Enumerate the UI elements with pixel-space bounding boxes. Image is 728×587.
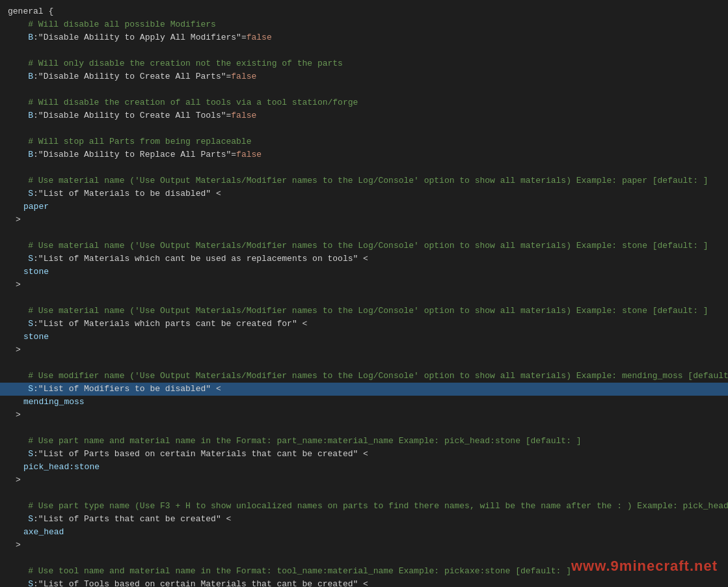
- line-4: # Will only disable the creation not the…: [0, 57, 728, 70]
- line-7: # Will disable the creation of all tools…: [0, 96, 728, 109]
- line-41: >: [0, 539, 728, 552]
- line-39: S:"List of Parts that cant be created" <: [0, 513, 728, 526]
- line-20: stone: [0, 266, 728, 279]
- line-26: >: [0, 344, 728, 357]
- line-16: >: [0, 213, 728, 226]
- line-23: # Use material name ('Use Output Materia…: [0, 305, 728, 318]
- line-32: [0, 422, 728, 435]
- line-13: # Use material name ('Use Output Materia…: [0, 174, 728, 187]
- line-33: # Use part name and material name in the…: [0, 435, 728, 448]
- line-1: # Will disable all possible Modifiers: [0, 18, 728, 31]
- line-38: # Use part type name (Use F3 + H to show…: [0, 500, 728, 513]
- line-40: axe_head: [0, 526, 728, 539]
- line-3: [0, 44, 728, 57]
- line-0: general {: [0, 5, 728, 18]
- line-17: [0, 226, 728, 239]
- line-25: stone: [0, 331, 728, 344]
- line-28: # Use modifier name ('Use Output Materia…: [0, 370, 728, 383]
- line-21: >: [0, 279, 728, 292]
- watermark: www.9minecraft.net: [571, 555, 718, 577]
- line-11: B:"Disable Ability to Replace All Parts"…: [0, 148, 728, 161]
- line-8: B:"Disable Ability to Create All Tools"=…: [0, 109, 728, 122]
- line-9: [0, 122, 728, 135]
- line-14: S:"List of Materials to be disabled" <: [0, 187, 728, 200]
- line-22: [0, 292, 728, 305]
- line-29: S:"List of Modifiers to be disabled" <: [0, 383, 728, 396]
- line-18: # Use material name ('Use Output Materia…: [0, 239, 728, 253]
- line-5: B:"Disable Ability to Create All Parts"=…: [0, 70, 728, 83]
- line-31: >: [0, 409, 728, 422]
- line-24: S:"List of Materials which parts cant be…: [0, 318, 728, 331]
- line-37: [0, 487, 728, 500]
- line-19: S:"List of Materials which cant be used …: [0, 253, 728, 266]
- line-15: paper: [0, 200, 728, 213]
- line-6: [0, 83, 728, 96]
- line-35: pick_head:stone: [0, 461, 728, 474]
- line-10: # Will stop all Parts from being replace…: [0, 135, 728, 148]
- line-27: [0, 357, 728, 370]
- line-34: S:"List of Parts based on certain Materi…: [0, 448, 728, 461]
- line-12: [0, 161, 728, 174]
- line-36: >: [0, 474, 728, 487]
- line-2: B:"Disable Ability to Apply All Modifier…: [0, 31, 728, 44]
- line-30: mending_moss: [0, 396, 728, 409]
- code-container: general { # Will disable all possible Mo…: [0, 0, 728, 587]
- line-44: S:"List of Tools based on certain Materi…: [0, 578, 728, 587]
